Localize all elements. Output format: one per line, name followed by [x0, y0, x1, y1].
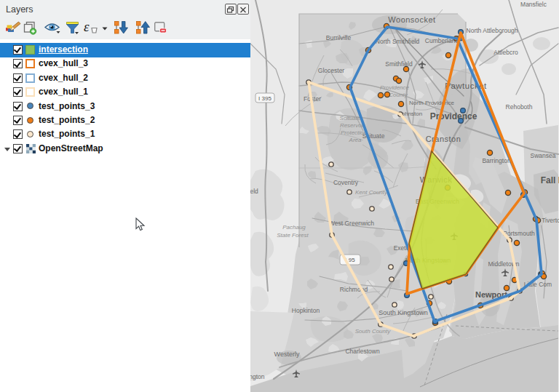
svg-text:County: County	[389, 92, 408, 98]
svg-text:Pachaug: Pachaug	[282, 224, 306, 231]
svg-text:Charlestown: Charlestown	[345, 348, 380, 355]
svg-text:Glocester: Glocester	[318, 67, 345, 74]
svg-text:Scituate: Scituate	[340, 115, 361, 121]
svg-text:Woonsocket: Woonsocket	[388, 15, 435, 24]
svg-text:Reservoir: Reservoir	[340, 122, 365, 129]
svg-text:Westerly: Westerly	[274, 351, 300, 358]
svg-text:Mansfielc: Mansfielc	[520, 1, 547, 8]
svg-text:Portsmouth: Portsmouth	[503, 230, 535, 237]
svg-text:I 395: I 395	[258, 95, 271, 102]
svg-text:ington: ington	[250, 373, 265, 380]
svg-text:Tiverto: Tiverto	[542, 217, 559, 224]
svg-text:Providence: Providence	[380, 84, 410, 91]
svg-text:Swansea: Swansea	[531, 152, 556, 159]
svg-text:Providence: Providence	[430, 111, 477, 121]
svg-text:Cranston: Cranston	[426, 135, 461, 143]
svg-text:field: field	[250, 188, 258, 195]
svg-text:South County: South County	[355, 328, 391, 335]
svg-text:ε: ε	[84, 19, 90, 34]
svg-text:North Smithfield: North Smithfield	[376, 38, 420, 45]
svg-text:North Providence: North Providence	[409, 100, 454, 106]
svg-text:Area: Area	[349, 137, 362, 143]
svg-text:Smithfield: Smithfield	[385, 60, 413, 68]
svg-text:Hopkinton: Hopkinton	[292, 307, 320, 314]
svg-text:Attlebcro: Attlebcro	[493, 49, 518, 56]
svg-text:State Forest: State Forest	[277, 232, 309, 239]
svg-text:Rehoboth: Rehoboth	[506, 103, 533, 111]
svg-text:Kent County: Kent County	[355, 189, 388, 196]
svg-text:Barrington: Barrington	[482, 157, 510, 164]
svg-text:West Greenwich: West Greenwich	[329, 220, 374, 227]
svg-text:Burrilville: Burrilville	[326, 34, 352, 41]
svg-text:Coventry: Coventry	[333, 179, 359, 186]
svg-text:North Attleborough: North Attleborough	[467, 27, 518, 34]
svg-text:South Kingstown: South Kingstown	[378, 309, 428, 316]
svg-text:Fall R: Fall R	[541, 175, 559, 185]
svg-text:Protection: Protection	[341, 129, 368, 136]
